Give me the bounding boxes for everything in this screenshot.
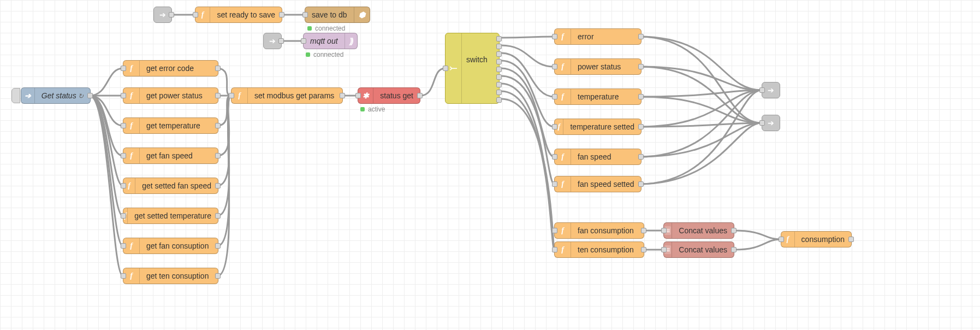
port[interactable]: [301, 38, 306, 44]
node-mqtt-out[interactable]: mqtt out connected: [303, 33, 358, 49]
node-status-get[interactable]: status get active: [358, 87, 420, 104]
port[interactable]: [661, 228, 667, 233]
port[interactable]: [215, 93, 221, 98]
node-fan-speed[interactable]: f fan speed: [554, 149, 642, 165]
port[interactable]: [121, 183, 126, 188]
node-ten-consumption[interactable]: f ten consumption: [554, 241, 644, 258]
port[interactable]: [779, 237, 784, 242]
node-inject-get-status[interactable]: Get status: [21, 87, 91, 104]
node-label: consumption: [795, 235, 851, 244]
port[interactable]: [121, 213, 126, 219]
node-fan-consumption[interactable]: f fan consumption: [554, 222, 644, 239]
port[interactable]: [496, 36, 502, 42]
node-temperature-setted[interactable]: f temperature setted: [554, 119, 642, 135]
inject-icon: [21, 88, 35, 103]
inject-button[interactable]: [11, 88, 20, 103]
node-label: get ten consuption: [140, 272, 218, 280]
port[interactable]: [215, 243, 221, 249]
port[interactable]: [496, 82, 502, 87]
port[interactable]: [552, 64, 557, 69]
port[interactable]: [552, 181, 557, 187]
port[interactable]: [229, 93, 234, 98]
port[interactable]: [121, 66, 126, 71]
node-concat-1[interactable]: Concat values: [663, 222, 734, 239]
port[interactable]: [496, 74, 502, 80]
node-get-setted-fan-speed[interactable]: f get setted fan speed: [123, 178, 218, 194]
port[interactable]: [121, 153, 126, 158]
port[interactable]: [759, 120, 765, 126]
port[interactable]: [552, 247, 557, 252]
node-save-db[interactable]: save to db connected: [305, 7, 370, 23]
node-label: Concat values: [672, 226, 734, 235]
node-get-ten-consumption[interactable]: f get ten consuption: [123, 268, 218, 284]
port[interactable]: [417, 93, 423, 98]
port[interactable]: [121, 123, 126, 128]
node-set-modbus[interactable]: f set modbus get params: [231, 87, 343, 104]
node-set-ready[interactable]: f set ready to save: [195, 7, 282, 23]
port[interactable]: [496, 59, 502, 64]
node-temperature[interactable]: f temperature: [554, 89, 642, 105]
port[interactable]: [731, 247, 737, 252]
port[interactable]: [641, 228, 646, 233]
port[interactable]: [731, 228, 737, 233]
port[interactable]: [193, 12, 198, 17]
port[interactable]: [552, 228, 557, 233]
port[interactable]: [638, 154, 644, 160]
node-get-fan-consumption[interactable]: f get fan consuption: [123, 238, 218, 254]
node-error[interactable]: f error: [554, 28, 642, 45]
port[interactable]: [355, 93, 361, 98]
port[interactable]: [496, 44, 502, 49]
port[interactable]: [443, 66, 448, 71]
node-power-status[interactable]: f power status: [554, 58, 642, 75]
port[interactable]: [641, 247, 646, 252]
port[interactable]: [215, 183, 221, 188]
node-get-temperature[interactable]: f get temperature: [123, 117, 218, 134]
port[interactable]: [215, 153, 221, 158]
port[interactable]: [169, 12, 174, 17]
link-in-mqtt[interactable]: [263, 33, 282, 49]
node-get-fan-speed[interactable]: f get fan speed: [123, 148, 218, 164]
port[interactable]: [638, 34, 644, 39]
node-get-setted-temperature[interactable]: f get setted temperature: [123, 208, 218, 224]
port[interactable]: [848, 237, 854, 242]
port[interactable]: [215, 273, 221, 279]
node-label: set ready to save: [210, 10, 282, 19]
node-label: fan speed: [571, 152, 641, 161]
node-label: status get: [373, 91, 420, 100]
port[interactable]: [302, 12, 308, 17]
link-in-top[interactable]: [153, 7, 172, 23]
port[interactable]: [340, 93, 345, 98]
port[interactable]: [121, 273, 126, 279]
port[interactable]: [638, 124, 644, 129]
link-icon: [768, 86, 774, 95]
port[interactable]: [638, 94, 644, 99]
port[interactable]: [552, 94, 557, 99]
port[interactable]: [215, 123, 221, 128]
port[interactable]: [121, 93, 126, 98]
port[interactable]: [215, 213, 221, 219]
node-get-power-status[interactable]: f get power status: [123, 87, 218, 104]
port[interactable]: [638, 181, 644, 187]
port[interactable]: [552, 124, 557, 129]
port[interactable]: [496, 97, 502, 103]
node-concat-2[interactable]: Concat values: [663, 241, 734, 258]
port[interactable]: [279, 12, 284, 17]
port[interactable]: [215, 66, 221, 71]
port[interactable]: [496, 90, 502, 95]
port[interactable]: [496, 51, 502, 57]
node-get-error-code[interactable]: f get error code: [123, 60, 218, 76]
link-out-bottom[interactable]: [762, 115, 780, 131]
port[interactable]: [496, 67, 502, 72]
node-consumption[interactable]: f consumption: [781, 231, 852, 248]
port[interactable]: [638, 64, 644, 69]
port[interactable]: [552, 34, 557, 39]
port[interactable]: [552, 154, 557, 160]
port[interactable]: [278, 38, 284, 44]
port[interactable]: [87, 93, 93, 98]
node-fan-speed-setted[interactable]: f fan speed setted: [554, 176, 642, 192]
port[interactable]: [759, 87, 765, 93]
node-switch[interactable]: switch: [445, 33, 500, 104]
port[interactable]: [121, 243, 126, 249]
port[interactable]: [661, 247, 667, 252]
link-out-top[interactable]: [762, 82, 780, 98]
